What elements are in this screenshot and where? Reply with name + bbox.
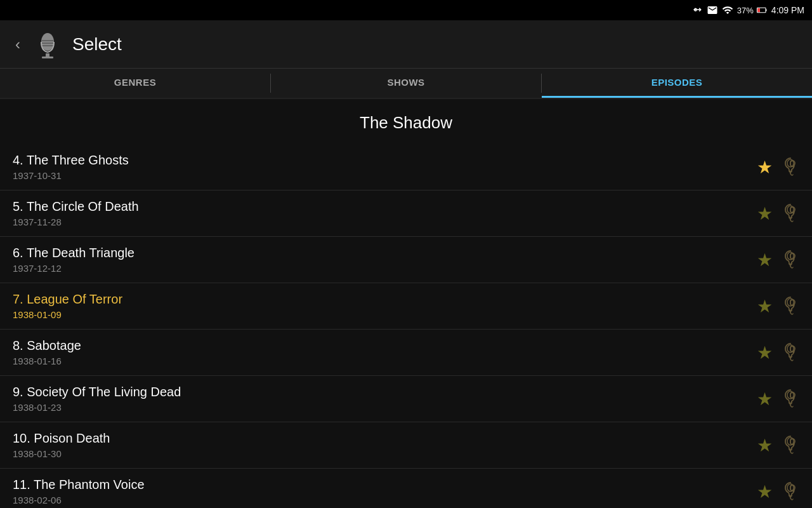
episode-actions: ★: [757, 249, 799, 271]
listen-ear-icon[interactable]: [782, 434, 799, 456]
episode-list: 4. The Three Ghosts1937-10-31★ 5. The Ci…: [0, 144, 812, 508]
episode-title: 6. The Death Triangle: [13, 246, 757, 260]
favorite-star-icon[interactable]: ★: [757, 435, 773, 456]
episode-title: 9. Society Of The Living Dead: [13, 385, 757, 399]
favorite-star-icon[interactable]: ★: [757, 481, 773, 502]
episode-date: 1938-01-16: [13, 356, 757, 366]
tab-episodes[interactable]: EPISODES: [542, 69, 812, 98]
episode-actions: ★: [757, 156, 799, 178]
episode-actions: ★: [757, 388, 799, 410]
list-item[interactable]: 11. The Phantom Voice1938-02-06★: [0, 469, 812, 508]
favorite-star-icon[interactable]: ★: [757, 389, 773, 410]
list-item[interactable]: 10. Poison Death1938-01-30★: [0, 422, 812, 469]
episode-info: 7. League Of Terror1938-01-09: [13, 292, 757, 320]
favorite-star-icon[interactable]: ★: [757, 250, 773, 271]
list-item[interactable]: 9. Society Of The Living Dead1938-01-23★: [0, 376, 812, 422]
favorite-star-icon[interactable]: ★: [757, 157, 773, 178]
listen-ear-icon[interactable]: [782, 388, 799, 410]
episode-list-container: The Shadow 4. The Three Ghosts1937-10-31…: [0, 99, 812, 508]
top-bar: ‹ Select: [0, 20, 812, 69]
episode-actions: ★: [757, 342, 799, 363]
list-item[interactable]: 7. League Of Terror1938-01-09★: [0, 283, 812, 330]
svg-rect-2: [757, 8, 760, 12]
episode-actions: ★: [757, 295, 799, 317]
episode-title: 4. The Three Ghosts: [13, 153, 757, 168]
list-item[interactable]: 6. The Death Triangle1937-12-12★: [0, 237, 812, 283]
list-item[interactable]: 5. The Circle Of Death1937-11-28★: [0, 190, 812, 237]
battery-percentage: 37%: [737, 6, 754, 15]
svg-point-5: [41, 33, 54, 51]
listen-ear-icon[interactable]: [782, 481, 799, 502]
tab-shows[interactable]: SHOWS: [271, 69, 541, 98]
episode-info: 6. The Death Triangle1937-12-12: [13, 246, 757, 274]
episode-date: 1937-10-31: [13, 170, 757, 181]
listen-ear-icon[interactable]: [782, 203, 799, 224]
episode-actions: ★: [757, 481, 799, 502]
email-icon: [707, 4, 718, 16]
episode-info: 5. The Circle Of Death1937-11-28: [13, 199, 757, 227]
episode-title: 5. The Circle Of Death: [13, 199, 757, 214]
episode-actions: ★: [757, 203, 799, 224]
episode-actions: ★: [757, 434, 799, 456]
svg-rect-1: [766, 10, 767, 11]
episode-date: 1937-12-12: [13, 263, 757, 274]
listen-ear-icon[interactable]: [782, 295, 799, 317]
battery-icon: [756, 4, 768, 16]
episode-title: 8. Sabotage: [13, 338, 757, 353]
show-title: The Shadow: [0, 99, 812, 144]
episode-date: 1938-01-30: [13, 448, 757, 459]
tab-genres[interactable]: GENRES: [0, 69, 270, 98]
episode-info: 11. The Phantom Voice1938-02-06: [13, 478, 757, 505]
episode-date: 1937-11-28: [13, 217, 757, 227]
episode-info: 9. Society Of The Living Dead1938-01-23: [13, 385, 757, 413]
episode-title: 10. Poison Death: [13, 431, 757, 446]
episode-date: 1938-01-09: [13, 309, 757, 320]
svg-rect-4: [42, 57, 53, 58]
episode-info: 4. The Three Ghosts1937-10-31: [13, 153, 757, 181]
favorite-star-icon[interactable]: ★: [757, 203, 773, 224]
microphone-svg: [36, 29, 59, 60]
usb-icon: [691, 4, 703, 16]
episode-title: 7. League Of Terror: [13, 292, 757, 307]
episode-title: 11. The Phantom Voice: [13, 478, 757, 492]
listen-ear-icon[interactable]: [782, 342, 799, 363]
list-item[interactable]: 4. The Three Ghosts1937-10-31★: [0, 144, 812, 190]
favorite-star-icon[interactable]: ★: [757, 342, 773, 363]
clock: 4:09 PM: [771, 5, 804, 15]
listen-ear-icon[interactable]: [782, 156, 799, 178]
episode-info: 10. Poison Death1938-01-30: [13, 431, 757, 459]
favorite-star-icon[interactable]: ★: [757, 296, 773, 317]
status-icons: 37% 4:09 PM: [691, 4, 804, 16]
status-bar: 37% 4:09 PM: [0, 0, 812, 20]
tabs-bar: GENRES SHOWS EPISODES: [0, 69, 812, 99]
episode-date: 1938-02-06: [13, 495, 757, 505]
battery-indicator: 37%: [737, 4, 768, 16]
wifi-icon: [722, 4, 733, 16]
page-title: Select: [72, 34, 122, 55]
mic-icon: [34, 27, 61, 62]
back-button[interactable]: ‹: [10, 33, 25, 56]
listen-ear-icon[interactable]: [782, 249, 799, 271]
episode-date: 1938-01-23: [13, 402, 757, 413]
list-item[interactable]: 8. Sabotage1938-01-16★: [0, 330, 812, 376]
episode-info: 8. Sabotage1938-01-16: [13, 338, 757, 366]
